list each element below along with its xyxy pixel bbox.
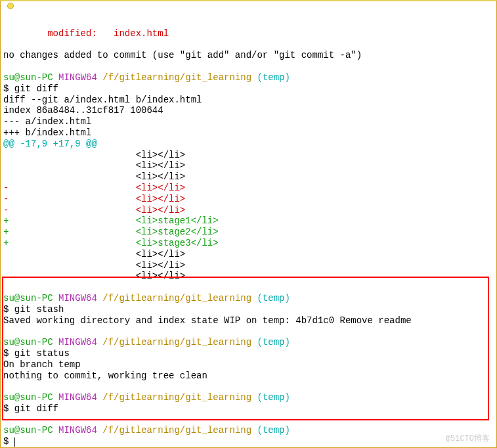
prompt-branch: (temp) — [251, 337, 290, 347]
status-branch: On branch temp — [3, 359, 81, 370]
ctx: <li></li> — [3, 249, 185, 259]
tab-indicator — [7, 3, 14, 9]
del-line: - <li></li> — [3, 205, 185, 215]
status-clean: nothing to commit, working tree clean — [3, 370, 207, 381]
prompt-user: su@sun-PC — [3, 425, 53, 436]
no-changes-line: no changes added to commit (use "git add… — [3, 50, 362, 60]
prompt-host: MINGW64 — [53, 293, 97, 303]
prompt-host: MINGW64 — [53, 392, 97, 403]
cmd-git-stash: $ git stash — [3, 304, 64, 315]
modified-line: modified: index.html — [3, 28, 169, 39]
ctx: <li></li> — [3, 160, 185, 171]
diff-file-hdr: diff --git a/index.html b/index.html — [3, 95, 202, 105]
prompt-branch: (temp) — [251, 425, 290, 436]
prompt-path: /f/gitlearning/git_learning — [97, 72, 251, 83]
ctx: <li></li> — [3, 150, 185, 160]
cmd-git-diff: $ git diff — [3, 403, 58, 414]
prompt-path: /f/gitlearning/git_learning — [97, 337, 251, 347]
prompt-user: su@sun-PC — [3, 392, 53, 403]
del-line: - <li></li> — [3, 183, 185, 193]
ctx: <li></li> — [3, 271, 185, 281]
prompt-host: MINGW64 — [53, 72, 97, 83]
prompt-host: MINGW64 — [53, 337, 97, 347]
prompt-branch: (temp) — [251, 392, 290, 403]
ctx: <li></li> — [3, 260, 185, 271]
hunk-header: @@ -17,9 +17,9 @@ — [3, 139, 97, 149]
prompt-path: /f/gitlearning/git_learning — [97, 425, 251, 436]
watermark: @51CTO博客 — [446, 434, 490, 443]
prompt-branch: (temp) — [251, 72, 290, 83]
add-line: + <li>stage1</li> — [3, 215, 219, 226]
prompt-branch: (temp) — [251, 293, 290, 303]
diff-minus-hdr: --- a/index.html — [3, 116, 91, 127]
prompt-user: su@sun-PC — [3, 337, 53, 347]
cursor[interactable] — [14, 437, 15, 447]
prompt-path: /f/gitlearning/git_learning — [97, 293, 251, 303]
prompt-user: su@sun-PC — [3, 293, 53, 303]
prompt-host: MINGW64 — [53, 425, 97, 436]
diff-plus-hdr: +++ b/index.html — [3, 127, 91, 138]
stash-output: Saved working directory and index state … — [3, 315, 412, 326]
terminal-area[interactable]: modified: index.html no changes added to… — [3, 17, 494, 445]
del-line: - <li></li> — [3, 194, 185, 204]
cmd-git-status: $ git status — [3, 348, 70, 359]
prompt-user: su@sun-PC — [3, 72, 53, 83]
cmd-git-diff: $ git diff — [3, 83, 58, 94]
ctx: <li></li> — [3, 171, 185, 182]
add-line: + <li>stage3</li> — [3, 238, 219, 248]
prompt-path: /f/gitlearning/git_learning — [97, 392, 251, 403]
window-frame: modified: index.html no changes added to… — [0, 0, 497, 448]
prompt-dollar: $ — [3, 436, 9, 447]
add-line: + <li>stage2</li> — [3, 227, 219, 237]
diff-index-hdr: index 86a8484..31cf817 100644 — [3, 105, 163, 116]
